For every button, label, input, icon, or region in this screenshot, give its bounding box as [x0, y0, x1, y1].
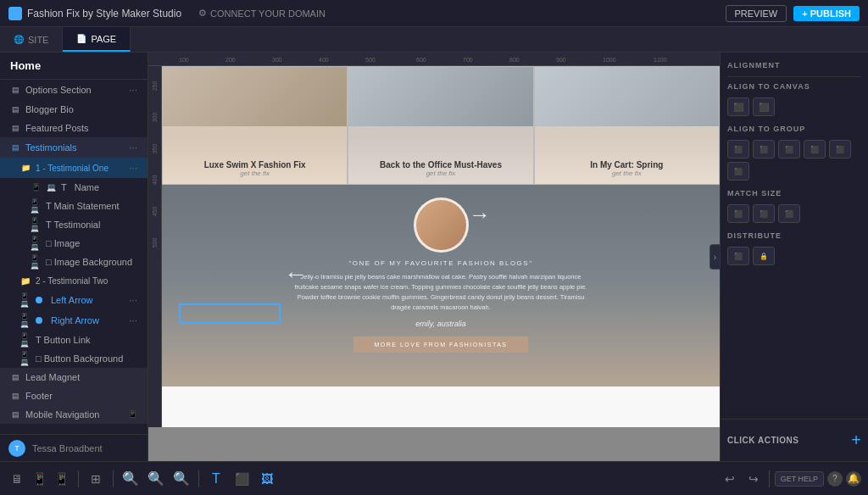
card-subtitle3: get the fix [590, 170, 663, 177]
blog-card-1[interactable]: Luxe Swim X Fashion Fix get the fix [162, 66, 348, 185]
tab-bar: 🌐 SITE 📄 PAGE [0, 27, 868, 53]
sidebar-item-lead-magnet[interactable]: ▤ Lead Magnet [0, 368, 147, 387]
click-actions-plus-button[interactable]: + [851, 431, 861, 450]
ruler-v-mark: 250 [152, 81, 158, 92]
tab-page[interactable]: 📄 PAGE [63, 27, 131, 52]
connect-domain-button[interactable]: ⚙ CONNECT YOUR DOMAIN [198, 8, 326, 19]
sidebar-item-mobile-nav[interactable]: ▤ Mobile Navigation 📱 [0, 405, 147, 424]
match-both-btn[interactable]: ⬛ [778, 204, 800, 223]
ruler-v-mark: 400 [152, 175, 158, 186]
ruler-v-mark: 350 [152, 144, 158, 154]
sidebar-item-right-arrow[interactable]: 📱💻 Right Arrow ··· [0, 310, 147, 331]
device-icon: 📱💻 [20, 315, 31, 325]
text-icon2: 💻 [46, 182, 56, 192]
sidebar-item-testimonial[interactable]: 📱💻 T Testimonial [0, 215, 147, 234]
match-h-btn[interactable]: ⬛ [753, 204, 775, 223]
tab-site[interactable]: 🌐 SITE [0, 27, 63, 52]
sidebar-item-name[interactable]: 📱 💻 T Name [0, 178, 147, 197]
align-canvas-left-btn[interactable]: ⬛ [727, 97, 749, 116]
sidebar-item-label: 1 - Testimonial One [36, 164, 108, 173]
image-tool-button[interactable]: 🖼 [257, 469, 277, 489]
align-group-ml-btn[interactable]: ⬛ [804, 140, 826, 159]
more-dots[interactable]: ··· [129, 294, 137, 306]
zoom-reset-button[interactable]: 🔍 [146, 469, 166, 489]
align-group-mr-btn[interactable]: ⬛ [727, 162, 749, 181]
distribute-v-btn[interactable]: 🔒 [753, 247, 775, 265]
divider [727, 76, 861, 77]
ruler-mark-300: 300 [272, 57, 282, 63]
sidebar-item-label: T [61, 182, 67, 192]
arrow-right[interactable]: → [469, 202, 491, 228]
more-love-button[interactable]: MORE LOVE FROM FASHIONISTAS [353, 336, 527, 353]
align-group-tr-btn[interactable]: ⬛ [778, 140, 800, 159]
sep3 [198, 470, 199, 487]
panel-collapse-button[interactable]: › [709, 244, 720, 270]
more-dots[interactable]: ··· [129, 142, 137, 153]
canvas-area[interactable]: 100 200 300 400 500 600 700 800 900 1000… [148, 53, 720, 461]
distribute-h-btn[interactable]: ⬛ [727, 247, 749, 265]
align-group-tc-btn[interactable]: ⬛ [753, 140, 775, 159]
sidebar-item-testimonials[interactable]: ▤ Testimonials ··· [0, 137, 147, 158]
sidebar-item-blogger-bio[interactable]: ▤ Blogger Bio [0, 100, 147, 119]
sidebar-item-testimonial-two[interactable]: 📁 2 - Testimonial Two [0, 271, 147, 290]
align-group-tl-btn[interactable]: ⬛ [727, 140, 749, 159]
sidebar-item-button-background[interactable]: 📱💻 □ Button Background [0, 349, 147, 368]
grid-view-button[interactable]: ⊞ [86, 469, 106, 489]
user-avatar: T [8, 440, 25, 457]
notifications-button[interactable]: 🔔 [846, 471, 861, 487]
sidebar-name-label: Name [75, 182, 99, 192]
lead-magnet-icon: ▤ [10, 372, 20, 382]
sidebar-item-label: Testimonials [25, 142, 77, 153]
sidebar-item-label: Options Section [25, 85, 92, 95]
preview-button[interactable]: PREVIEW [726, 5, 787, 22]
sidebar-item-footer[interactable]: ▤ Footer [0, 387, 147, 405]
sidebar-item-image[interactable]: 📱💻 □ Image [0, 234, 147, 253]
zoom-in-button[interactable]: 🔍 [171, 469, 192, 489]
device-icon: 📱💻 [31, 238, 41, 248]
toolbar-right: ↩ ↪ GET HELP ? 🔔 [720, 469, 861, 489]
text-tool-button[interactable]: T [206, 469, 226, 489]
redo-button[interactable]: ↪ [743, 469, 764, 489]
site-icon: 🌐 [14, 35, 24, 44]
sidebar-item-left-arrow[interactable]: 📱💻 Left Arrow ··· [0, 290, 147, 310]
sidebar-item-options-section[interactable]: ▤ Options Section ··· [0, 80, 147, 100]
ruler-v-mark: 450 [152, 207, 158, 217]
more-dots[interactable]: ··· [129, 84, 137, 96]
canvas-content[interactable]: Luxe Swim X Fashion Fix get the fix Back… [162, 66, 720, 427]
sidebar-item-main-statement[interactable]: 📱💻 T Main Statement [0, 197, 147, 215]
testimonial-quote: "ONE OF MY FAVOURITE FASHION BLOGS" [348, 259, 532, 267]
blog-card-3[interactable]: In My Cart: Spring get the fix [534, 66, 720, 185]
publish-button[interactable]: + PUBLISH [793, 6, 860, 21]
get-help-button[interactable]: GET HELP [775, 471, 824, 487]
align-to-group-buttons: ⬛ ⬛ ⬛ ⬛ ⬛ ⬛ [727, 140, 861, 181]
more-dots[interactable]: ··· [129, 314, 137, 326]
right-panel-content: ALIGNMENT ALIGN TO CANVAS ⬛ ⬛ ALIGN TO G… [721, 53, 868, 419]
sidebar-item-button-link[interactable]: 📱💻 T Button Link [0, 331, 147, 349]
align-to-canvas-buttons: ⬛ ⬛ [727, 97, 861, 116]
sidebar-item-testimonial-one[interactable]: 📁 1 - Testimonial One ··· [0, 158, 147, 178]
mobile-view-button[interactable]: 📱 [51, 469, 71, 489]
undo-button[interactable]: ↩ [720, 469, 740, 489]
align-group-mc-btn[interactable]: ⬛ [829, 140, 851, 159]
text-icon: 📱 [31, 182, 41, 192]
white-bar [162, 387, 720, 427]
ruler-v-mark: 500 [152, 238, 158, 248]
zoom-out-button[interactable]: 🔍 [120, 469, 141, 489]
sep4 [769, 470, 770, 487]
help-icon-button[interactable]: ? [827, 471, 843, 487]
match-w-btn[interactable]: ⬛ [727, 204, 749, 223]
ruler-mark-1000: 1000 [603, 57, 616, 63]
sidebar-item-featured-posts[interactable]: ▤ Featured Posts [0, 119, 147, 137]
shape-tool-button[interactable]: ⬛ [231, 469, 252, 489]
tablet-view-button[interactable]: 📱 [29, 469, 49, 489]
device-icon: 📱💻 [20, 335, 31, 345]
align-canvas-right-btn[interactable]: ⬛ [753, 97, 775, 116]
more-dots[interactable]: ··· [129, 162, 137, 174]
desktop-view-button[interactable]: 🖥 [7, 469, 27, 489]
right-panel-bottom: CLICK ACTIONS + [721, 419, 868, 461]
blog-card-2[interactable]: Back to the Office Must-Haves get the fi… [348, 66, 533, 185]
tab-page-label: PAGE [91, 34, 116, 44]
align-to-group-title: ALIGN TO GROUP [727, 125, 861, 133]
sidebar-item-image-background[interactable]: 📱💻 □ Image Background [0, 253, 147, 271]
blogger-bio-icon: ▤ [10, 104, 20, 114]
